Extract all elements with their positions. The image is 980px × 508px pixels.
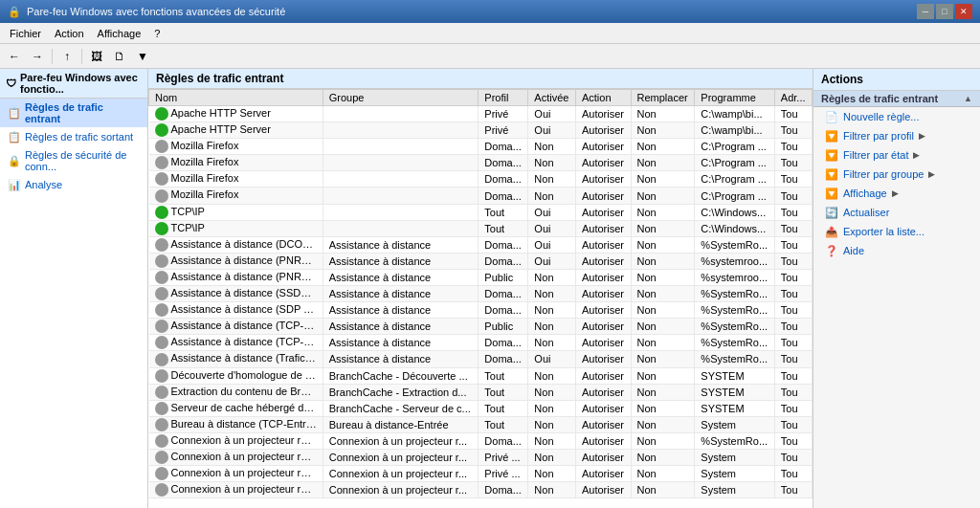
toolbar-back[interactable]: ← — [4, 47, 25, 66]
toolbar-new[interactable]: 🗋 — [109, 47, 130, 66]
table-row[interactable]: Assistance à distance (TCP-Entrée)Assist… — [149, 335, 813, 351]
row-cell-5: Non — [631, 155, 695, 171]
row-cell-7: Tou — [774, 139, 812, 155]
table-container[interactable]: NomGroupeProfilActivéeActionRemplacerPro… — [148, 89, 813, 508]
row-cell-6: C:\Windows... — [695, 204, 775, 220]
row-cell-4: Autoriser — [575, 171, 631, 188]
table-row[interactable]: Assistance à distance (Trafic entrant TC… — [149, 351, 813, 367]
right-panel: Actions Règles de trafic entrant ▲ 📄Nouv… — [813, 69, 980, 508]
row-cell-3: Non — [528, 171, 576, 188]
toolbar-view[interactable]: 🖼 — [86, 47, 107, 66]
table-row[interactable]: Assistance à distance (SDP UDP - en ent.… — [149, 302, 813, 319]
tree-item-2[interactable]: 🔒Règles de sécurité de conn... — [0, 146, 147, 175]
action-item-0[interactable]: 📄Nouvelle règle... — [813, 107, 980, 126]
table-row[interactable]: Mozilla FirefoxDoma...NonAutoriserNonC:\… — [149, 188, 813, 204]
table-row[interactable]: Apache HTTP ServerPrivéOuiAutoriserNonC:… — [149, 122, 813, 139]
toolbar-up[interactable]: ↑ — [56, 47, 78, 66]
row-icon-23 — [155, 483, 168, 497]
app-icon: 🔒 — [8, 6, 21, 18]
row-cell-5: Non — [631, 171, 695, 188]
row-cell-7: Tou — [774, 236, 812, 253]
action-item-2[interactable]: 🔽Filtrer par état ▶ — [813, 145, 980, 165]
table-row[interactable]: Bureau à distance (TCP-Entrée)Bureau à d… — [149, 416, 813, 432]
table-row[interactable]: Assistance à distance (TCP-Entrée)Assist… — [149, 319, 813, 335]
action-item-4[interactable]: 🔽Affichage ▶ — [813, 184, 980, 203]
row-cell-7: Tou — [774, 204, 812, 220]
maximize-button[interactable]: □ — [936, 4, 953, 19]
table-row[interactable]: Mozilla FirefoxDoma...NonAutoriserNonC:\… — [149, 171, 813, 188]
tree-item-0[interactable]: 📋Règles de trafic entrant — [0, 99, 147, 127]
col-header-5[interactable]: Remplacer — [631, 90, 695, 106]
action-item-5[interactable]: 🔄Actualiser — [813, 203, 980, 222]
table-row[interactable]: Mozilla FirefoxDoma...NonAutoriserNonC:\… — [149, 155, 813, 171]
menu-fichier[interactable]: Fichier — [4, 26, 47, 41]
table-row[interactable]: Apache HTTP ServerPrivéOuiAutoriserNonC:… — [149, 106, 813, 122]
row-cell-1: Assistance à distance — [323, 351, 479, 367]
toolbar-forward[interactable]: → — [27, 47, 48, 66]
toolbar-filter[interactable]: ▼ — [132, 47, 153, 66]
table-row[interactable]: Connexion à un projecteur réseau (WSD ..… — [149, 466, 813, 482]
row-cell-3: Non — [528, 482, 576, 498]
row-icon-9 — [155, 254, 168, 268]
tree-item-3[interactable]: 📊Analyse — [0, 175, 147, 194]
tree-item-1[interactable]: 📋Règles de trafic sortant — [0, 127, 147, 146]
row-cell-4: Autoriser — [575, 269, 631, 285]
tree-label-2: Règles de sécurité de conn... — [25, 149, 140, 172]
row-cell-4: Autoriser — [575, 122, 631, 139]
table-row[interactable]: Assistance à distance (SSDP TCP - en ent… — [149, 286, 813, 302]
left-panel: 🛡 Pare-feu Windows avec fonctio... 📋Règl… — [0, 69, 148, 508]
col-header-1[interactable]: Groupe — [323, 90, 479, 106]
row-icon-19 — [155, 418, 168, 431]
row-cell-6: C:\wamp\bi... — [695, 122, 775, 139]
col-header-7[interactable]: Adr... — [774, 90, 812, 106]
table-row[interactable]: Extraction du contenu de BranchCache (..… — [149, 384, 813, 400]
actions-group-header[interactable]: Règles de trafic entrant ▲ — [813, 91, 980, 107]
action-item-6[interactable]: 📤Exporter la liste... — [813, 222, 980, 241]
table-row[interactable]: TCP\IPToutOuiAutoriserNonC:\Windows...To… — [149, 220, 813, 236]
table-row[interactable]: Connexion à un projecteur réseau (TCP-E.… — [149, 432, 813, 449]
col-header-0[interactable]: Nom — [149, 90, 323, 106]
table-row[interactable]: Connexion à un projecteur réseau (WSD ..… — [149, 482, 813, 498]
col-header-3[interactable]: Activée — [528, 90, 576, 106]
table-row[interactable]: Connexion à un projecteur réseau (WSD ..… — [149, 449, 813, 465]
row-cell-7: Tou — [774, 220, 812, 236]
table-row[interactable]: Découverte d'homologue de BranchCache ..… — [149, 367, 813, 384]
row-icon-21 — [155, 451, 168, 464]
action-item-7[interactable]: ❓Aide — [813, 241, 980, 260]
menu-action[interactable]: Action — [49, 26, 90, 41]
menu-help[interactable]: ? — [148, 26, 166, 41]
row-icon-7 — [155, 222, 168, 235]
close-button[interactable]: ✕ — [955, 4, 972, 19]
row-cell-5: Non — [631, 482, 695, 498]
center-panel: Règles de trafic entrant NomGroupeProfil… — [148, 69, 813, 508]
table-row[interactable]: Assistance à distance (PNRP-Entrant)Assi… — [149, 253, 813, 269]
table-row[interactable]: TCP\IPToutOuiAutoriserNonC:\Windows...To… — [149, 204, 813, 220]
window-title: Pare-feu Windows avec fonctions avancées… — [27, 6, 285, 17]
table-row[interactable]: Assistance à distance (PNRP-Entrant)Assi… — [149, 269, 813, 285]
table-header: NomGroupeProfilActivéeActionRemplacerPro… — [149, 90, 813, 106]
table-row[interactable]: Assistance à distance (DCOM-In)Assistanc… — [149, 236, 813, 253]
action-icon-0: 📄 — [825, 110, 838, 123]
row-cell-5: Non — [631, 384, 695, 400]
row-cell-4: Autoriser — [575, 351, 631, 367]
col-header-6[interactable]: Programme — [695, 90, 775, 106]
action-item-3[interactable]: 🔽Filtrer par groupe ▶ — [813, 165, 980, 184]
menu-affichage[interactable]: Affichage — [92, 26, 147, 41]
row-cell-7: Tou — [774, 400, 812, 416]
row-name: Assistance à distance (PNRP-Entrant) — [149, 253, 323, 269]
col-header-2[interactable]: Profil — [479, 90, 528, 106]
minimize-button[interactable]: ─ — [917, 4, 934, 19]
row-cell-7: Tou — [774, 106, 812, 122]
row-cell-5: Non — [631, 449, 695, 465]
action-icon-5: 🔄 — [825, 206, 838, 219]
row-cell-3: Non — [528, 449, 576, 465]
tree-container: 📋Règles de trafic entrant📋Règles de traf… — [0, 99, 147, 194]
row-cell-2: Doma... — [479, 253, 528, 269]
row-cell-2: Doma... — [479, 171, 528, 188]
table-row[interactable]: Serveur de cache hébergé de BranchCac...… — [149, 400, 813, 416]
table-row[interactable]: Mozilla FirefoxDoma...NonAutoriserNonC:\… — [149, 139, 813, 155]
col-header-4[interactable]: Action — [575, 90, 631, 106]
row-cell-2: Privé ... — [479, 449, 528, 465]
tree-icon-2: 🔒 — [8, 154, 21, 167]
action-item-1[interactable]: 🔽Filtrer par profil ▶ — [813, 126, 980, 145]
